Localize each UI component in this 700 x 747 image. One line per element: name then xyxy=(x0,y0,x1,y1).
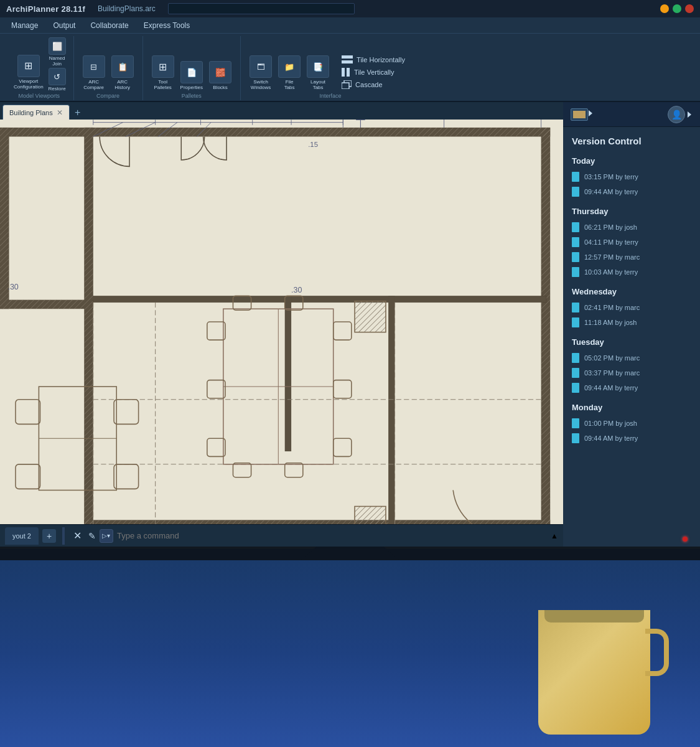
group-label-viewports: Model Viewports xyxy=(19,93,60,99)
group-label-palletes: Palletes xyxy=(182,93,202,99)
version-entry-text: 04:11 PM by terry xyxy=(584,238,638,246)
add-layout-button[interactable]: + xyxy=(42,529,56,543)
svg-rect-2 xyxy=(342,68,345,77)
svg-rect-0 xyxy=(342,55,353,59)
version-file-icon xyxy=(572,252,579,262)
version-entry[interactable]: 02:41 PM by marc xyxy=(572,300,691,315)
maximize-button[interactable] xyxy=(673,4,681,13)
ribbon-btn-arc-history[interactable]: 📋 ARCHistory xyxy=(110,54,135,92)
version-entry[interactable]: 09:44 AM by terry xyxy=(572,380,691,395)
version-entry[interactable]: 01:00 PM by josh xyxy=(572,416,691,431)
svg-text:.80: .80 xyxy=(310,120,321,120)
version-entry-text: 01:00 PM by josh xyxy=(584,420,637,427)
command-separator xyxy=(62,527,65,545)
file-name: BuildingPlans.arc xyxy=(98,4,156,13)
svg-rect-23 xyxy=(388,296,394,524)
group-label-compare: Compare xyxy=(96,93,119,99)
svg-text:2.63: 2.63 xyxy=(419,120,435,120)
panel-header-bar: 👤 xyxy=(563,102,700,127)
svg-rect-12 xyxy=(84,128,550,137)
ribbon-group-palletes: ⊞ ToolPalletes 📄 Properties 🧱 Blocks Pal… xyxy=(143,36,241,100)
search-input[interactable] xyxy=(168,3,355,14)
ribbon-btn-tile-horizontally[interactable]: Tile Horizontally xyxy=(339,54,408,65)
version-entry[interactable]: 10:03 AM by terry xyxy=(572,265,691,280)
ribbon-btn-switch-windows[interactable]: 🗔 SwitchWindows xyxy=(248,54,273,92)
ribbon-group-viewports: ⊞ ViewportConfiguration ⬜ NamedJoin ↺ Re… xyxy=(5,36,74,100)
version-entry[interactable]: 11:18 AM by josh xyxy=(572,315,691,330)
version-entry[interactable]: 05:02 PM by marc xyxy=(572,350,691,365)
version-file-icon xyxy=(572,237,579,247)
section-label-tuesday: Tuesday xyxy=(572,337,691,347)
menu-manage[interactable]: Manage xyxy=(5,20,44,31)
ribbon-btn-viewport-config[interactable]: ⊞ ViewportConfiguration xyxy=(12,54,45,92)
tab-add-button[interactable]: + xyxy=(71,106,85,120)
ribbon-btn-blocks[interactable]: 🧱 Blocks xyxy=(208,60,233,92)
minimize-button[interactable] xyxy=(660,4,669,13)
version-file-icon xyxy=(572,187,579,197)
ribbon-btn-file-tabs[interactable]: 📁 FileTabs xyxy=(277,54,302,92)
doc-tab-building-plans[interactable]: Building Plans ✕ xyxy=(2,105,70,120)
command-arrow-button[interactable]: ▷▾ xyxy=(100,529,113,543)
menu-collaborate[interactable]: Collaborate xyxy=(84,20,134,31)
properties-icon: 📄 xyxy=(180,61,203,83)
version-entry[interactable]: 04:11 PM by terry xyxy=(572,235,691,250)
version-file-icon xyxy=(572,267,579,277)
version-entry-text: 05:02 PM by marc xyxy=(584,354,640,362)
section-label-today: Today xyxy=(572,156,691,166)
ribbon-btn-restore[interactable]: ↺ Restore xyxy=(49,68,66,92)
version-entry[interactable]: 03:15 PM by terry xyxy=(572,169,691,184)
file-tabs-icon: 📁 xyxy=(278,55,301,78)
panel-view-icon[interactable] xyxy=(571,108,588,121)
blueprint-canvas[interactable]: .80 .66 .80 .66 .80 2.63 .30 .30 xyxy=(0,120,563,524)
version-entry-text: 11:18 AM by josh xyxy=(584,319,637,326)
canvas-area: Building Plans ✕ + xyxy=(0,102,563,547)
version-section-tuesday: Tuesday 05:02 PM by marc 03:37 PM by mar… xyxy=(563,332,700,398)
version-entry[interactable]: 12:57 PM by marc xyxy=(572,250,691,265)
version-file-icon xyxy=(572,303,579,312)
section-label-monday: Monday xyxy=(572,403,691,412)
version-entry[interactable]: 03:37 PM by marc xyxy=(572,365,691,380)
ribbon-btn-tile-vertically[interactable]: Tile Vertically xyxy=(339,67,408,78)
arc-history-icon: 📋 xyxy=(111,55,134,78)
command-input[interactable] xyxy=(117,531,547,540)
tab-bar: Building Plans ✕ + xyxy=(0,102,563,120)
restore-icon: ↺ xyxy=(49,68,66,85)
ribbon-right-group: Tile Horizontally Tile Vertically xyxy=(334,53,413,92)
version-file-icon xyxy=(572,172,579,182)
ribbon-btn-properties[interactable]: 📄 Properties xyxy=(179,60,204,92)
tile-horizontally-icon xyxy=(342,55,353,64)
menu-output[interactable]: Output xyxy=(47,20,82,31)
ribbon-btn-named-join[interactable]: ⬜ NamedJoin xyxy=(49,37,66,67)
svg-rect-24 xyxy=(285,296,291,451)
cancel-command-button[interactable]: ✕ xyxy=(71,529,85,543)
version-entry[interactable]: 09:44 AM by terry xyxy=(572,184,691,199)
user-avatar[interactable]: 👤 xyxy=(668,106,685,123)
svg-text:.66: .66 xyxy=(264,120,275,120)
ribbon-btn-layout-tabs[interactable]: 📑 LayoutTabs xyxy=(306,54,330,92)
section-label-wednesday: Wednesday xyxy=(572,287,691,296)
user-dropdown-arrow[interactable] xyxy=(688,111,693,118)
version-entry[interactable]: 09:44 AM by terry xyxy=(572,431,691,446)
version-entry-text: 03:37 PM by marc xyxy=(584,369,640,377)
layout-tab[interactable]: yout 2 xyxy=(5,527,39,545)
version-scroll-area[interactable]: Today 03:15 PM by terry 09:44 AM by terr… xyxy=(563,151,700,547)
scroll-up-button[interactable]: ▲ xyxy=(551,532,558,540)
menu-express-tools[interactable]: Express Tools xyxy=(138,20,196,31)
ribbon-group-compare: ⊟ ARCCompare 📋 ARCHistory Compare xyxy=(74,36,143,100)
tab-close-icon[interactable]: ✕ xyxy=(57,109,63,116)
title-bar: ArchiPlanner 28.11f BuildingPlans.arc xyxy=(0,0,700,17)
close-button[interactable] xyxy=(685,4,694,13)
svg-text:.66: .66 xyxy=(170,120,181,120)
window-controls xyxy=(660,4,694,13)
ribbon-btn-cascade[interactable]: Cascade xyxy=(339,79,408,90)
version-entry[interactable]: 06:21 PM by josh xyxy=(572,220,691,235)
edit-command-button[interactable]: ✎ xyxy=(88,531,96,541)
ribbon-btn-tool-palletes[interactable]: ⊞ ToolPalletes xyxy=(151,54,175,92)
ribbon-btn-arc-compare[interactable]: ⊟ ARCCompare xyxy=(82,54,106,92)
version-control-panel: 👤 Version Control Today 03:15 PM by terr… xyxy=(563,102,700,547)
monitor-power-light xyxy=(683,537,688,542)
arc-compare-icon: ⊟ xyxy=(83,55,105,78)
blocks-icon: 🧱 xyxy=(209,61,231,83)
screen: ArchiPlanner 28.11f BuildingPlans.arc Ma… xyxy=(0,0,700,547)
tile-vertically-icon xyxy=(342,68,350,77)
